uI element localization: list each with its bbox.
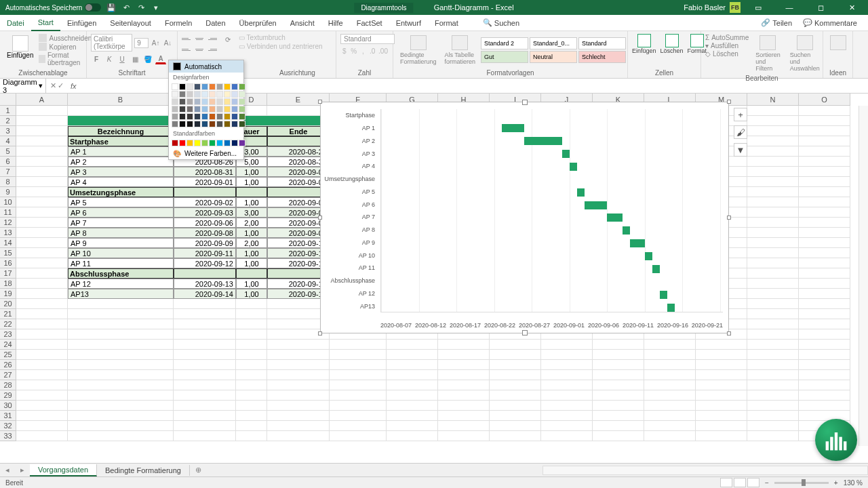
cell[interactable]: [387, 421, 438, 431]
page-layout-view-button[interactable]: [734, 478, 746, 487]
cell[interactable]: 1,00: [236, 289, 267, 299]
cell[interactable]: [16, 370, 68, 380]
row-header[interactable]: 33: [0, 431, 16, 441]
cell[interactable]: [267, 370, 330, 380]
row-header[interactable]: 3: [0, 126, 16, 136]
cell[interactable]: [236, 431, 267, 441]
color-swatch[interactable]: [201, 140, 208, 146]
color-swatch[interactable]: [186, 98, 193, 105]
cell[interactable]: [236, 309, 267, 319]
cell[interactable]: [747, 411, 799, 421]
color-swatch[interactable]: [194, 121, 201, 127]
color-swatch[interactable]: [231, 113, 238, 120]
cell[interactable]: Umsetzungsphase: [68, 187, 174, 197]
cell[interactable]: [68, 329, 174, 340]
cell[interactable]: [541, 380, 593, 390]
cell[interactable]: [174, 329, 236, 340]
row-header[interactable]: 32: [0, 421, 16, 431]
cell[interactable]: [387, 401, 438, 411]
color-swatch[interactable]: [209, 91, 216, 98]
color-swatch[interactable]: [224, 140, 231, 146]
cell[interactable]: [747, 187, 799, 197]
cell[interactable]: [696, 390, 747, 401]
cell[interactable]: [16, 380, 68, 390]
cell[interactable]: [593, 360, 644, 370]
cell[interactable]: [236, 390, 267, 401]
color-swatch[interactable]: [239, 91, 245, 98]
wrap-text-button[interactable]: ▭ Textumbruch: [239, 34, 323, 41]
cell[interactable]: [330, 431, 387, 441]
cell[interactable]: [593, 390, 644, 401]
cell[interactable]: [644, 401, 696, 411]
cell[interactable]: [747, 136, 799, 146]
cell[interactable]: [799, 279, 850, 289]
cell[interactable]: [267, 350, 330, 360]
column-header[interactable]: O: [799, 94, 850, 106]
fill-button[interactable]: ▾Ausfüllen: [705, 42, 749, 49]
user-name[interactable]: Fabio Basler: [684, 3, 726, 12]
cell[interactable]: [799, 136, 850, 146]
cell[interactable]: [330, 411, 387, 421]
cell[interactable]: [16, 146, 68, 157]
row-header[interactable]: 24: [0, 340, 16, 350]
cell[interactable]: 1,00: [236, 167, 267, 177]
italic-button[interactable]: K: [104, 54, 115, 64]
cell[interactable]: [16, 197, 68, 207]
color-swatch[interactable]: [186, 91, 193, 98]
cell[interactable]: [747, 289, 799, 299]
color-swatch[interactable]: [172, 106, 178, 113]
cell[interactable]: [68, 431, 174, 441]
cell[interactable]: [16, 116, 68, 126]
cell[interactable]: [68, 309, 174, 319]
cell[interactable]: [696, 360, 747, 370]
orientation-icon[interactable]: ⟳: [222, 34, 233, 45]
ribbon-options-icon[interactable]: ▭: [745, 0, 772, 15]
cell[interactable]: [16, 126, 68, 136]
format-as-table-button[interactable]: Als Tabelle formatieren: [442, 34, 479, 66]
color-swatch[interactable]: [179, 91, 186, 98]
cell[interactable]: [799, 268, 850, 279]
color-swatch[interactable]: [194, 140, 201, 146]
cell[interactable]: [16, 340, 68, 350]
tab-start[interactable]: Start: [31, 15, 60, 31]
undo-icon[interactable]: ↶: [121, 3, 131, 12]
design-colors-grid[interactable]: [169, 82, 243, 129]
color-swatch[interactable]: [231, 121, 238, 127]
row-header[interactable]: 12: [0, 218, 16, 228]
resize-handle[interactable]: [318, 331, 322, 336]
row-header[interactable]: 19: [0, 289, 16, 299]
color-swatch[interactable]: [179, 83, 186, 90]
spreadsheet-grid[interactable]: ABCDEFGHIJKLMNO 123456789101112131415161…: [0, 94, 868, 446]
gantt-bar[interactable]: [660, 291, 667, 299]
color-swatch[interactable]: [239, 121, 245, 127]
row-header[interactable]: 15: [0, 248, 16, 258]
color-swatch[interactable]: [239, 106, 245, 113]
cell[interactable]: [16, 207, 68, 218]
color-swatch[interactable]: [179, 106, 186, 113]
cell[interactable]: AP 3: [68, 167, 174, 177]
row-header[interactable]: 26: [0, 360, 16, 370]
cell[interactable]: [236, 299, 267, 309]
color-swatch[interactable]: [209, 83, 216, 90]
cell[interactable]: [68, 360, 174, 370]
color-swatch[interactable]: [231, 106, 238, 113]
percent-icon[interactable]: %: [350, 45, 358, 56]
cell[interactable]: [330, 421, 387, 431]
cell[interactable]: [236, 268, 267, 279]
cell[interactable]: [16, 187, 68, 197]
cell[interactable]: [799, 238, 850, 248]
cell[interactable]: [174, 299, 236, 309]
cell[interactable]: [747, 370, 799, 380]
cell[interactable]: 2020-09-08: [174, 228, 236, 238]
style-schlecht[interactable]: Schlecht: [578, 51, 626, 63]
comments-button[interactable]: 💬Kommentare: [799, 18, 861, 27]
gantt-bar[interactable]: [630, 239, 645, 247]
sheet-nav-prev[interactable]: ◂: [0, 466, 15, 474]
save-icon[interactable]: 💾: [106, 3, 116, 12]
color-swatch[interactable]: [216, 98, 223, 105]
cell[interactable]: [16, 411, 68, 421]
cell[interactable]: [747, 207, 799, 218]
tab-ueberpruefen[interactable]: Überprüfen: [233, 15, 283, 31]
copy-button[interactable]: Kopieren: [39, 43, 92, 51]
cell[interactable]: [747, 167, 799, 177]
